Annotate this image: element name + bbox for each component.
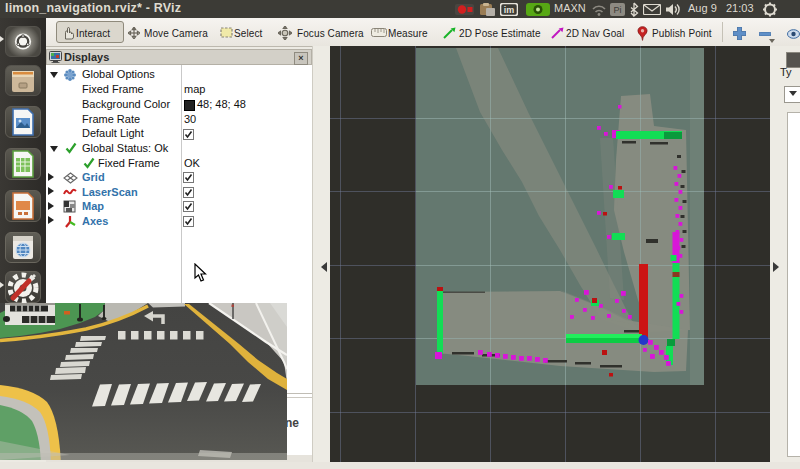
svg-text:im: im <box>504 5 515 15</box>
svg-text:Pi: Pi <box>613 5 621 15</box>
